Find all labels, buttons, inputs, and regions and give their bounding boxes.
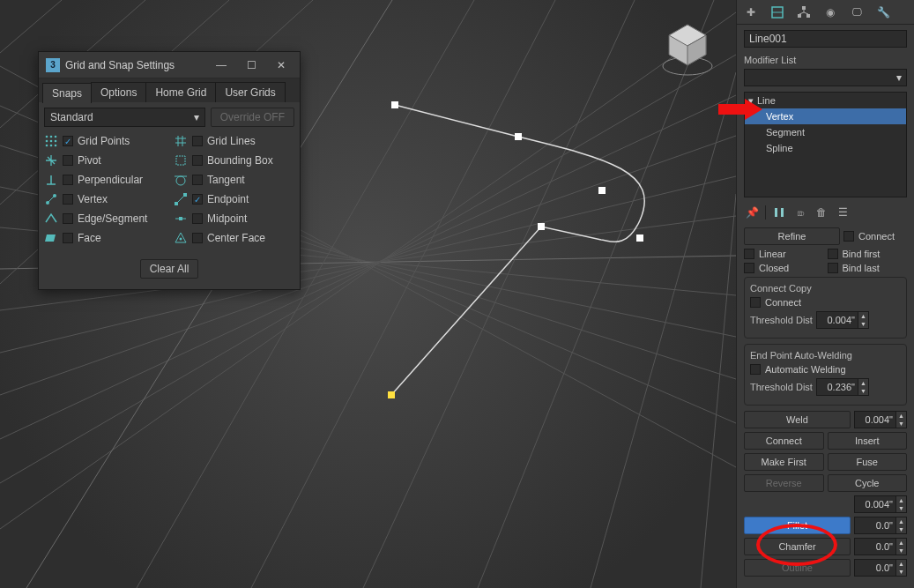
tab-user-grids[interactable]: User Grids <box>215 82 285 102</box>
utilities-tab-icon[interactable]: 🔧 <box>874 4 892 21</box>
minimize-button[interactable]: — <box>206 54 236 77</box>
snap-face-checkbox[interactable] <box>63 233 73 243</box>
stack-item-segment[interactable]: Segment <box>745 124 906 140</box>
show-end-result-icon[interactable] <box>771 205 787 220</box>
stack-item-vertex[interactable]: Vertex <box>745 108 906 124</box>
snap-vertex-checkbox[interactable] <box>63 194 73 205</box>
snap-option-centerface[interactable]: Center Face <box>174 229 294 247</box>
snap-label: Pivot <box>78 154 101 167</box>
autoweld-title: End Point Auto-Welding <box>750 350 901 361</box>
fillet-spinner[interactable]: 0.0"▲▼ <box>854 517 907 534</box>
configure-sets-icon[interactable]: ☰ <box>835 205 851 220</box>
snap-midpoint-checkbox[interactable] <box>192 213 203 224</box>
fillet-button[interactable]: Fillet <box>744 517 851 534</box>
bindfirst-checkbox[interactable] <box>828 249 838 259</box>
endpoint-icon <box>174 192 188 206</box>
modify-tab-icon[interactable] <box>769 4 786 21</box>
outline-spinner[interactable]: 0.0"▲▼ <box>854 559 907 577</box>
stack-item-line[interactable]: ▾Line <box>745 93 906 108</box>
snap-option-face[interactable]: Face <box>44 229 165 247</box>
snap-label: Face <box>78 232 101 244</box>
snap-option-pivot[interactable]: Pivot <box>44 152 165 169</box>
reverse-button[interactable]: Reverse <box>744 474 824 492</box>
insert-button[interactable]: Insert <box>828 432 908 450</box>
clear-all-button[interactable]: Clear All <box>140 259 199 279</box>
snap-tangent-checkbox[interactable] <box>192 175 203 185</box>
connectcopy-threshold-spinner[interactable]: 0.004"▲▼ <box>816 311 869 329</box>
connectcopy-checkbox[interactable] <box>750 297 761 308</box>
snap-option-edge[interactable]: Edge/Segment <box>44 210 165 227</box>
svg-rect-46 <box>175 202 178 205</box>
maximize-button[interactable]: ☐ <box>236 54 266 77</box>
svg-rect-56 <box>775 208 777 217</box>
connect-copy-title: Connect Copy <box>750 283 901 294</box>
fuse-button[interactable]: Fuse <box>828 453 908 471</box>
cycle-button[interactable]: Cycle <box>828 474 908 492</box>
snap-endpoint-checkbox[interactable] <box>192 194 203 205</box>
snap-option-bbox[interactable]: Bounding Box <box>174 152 294 169</box>
midpoint-icon <box>174 212 188 226</box>
svg-point-36 <box>46 140 48 143</box>
snap-grid-points-checkbox[interactable] <box>63 136 73 146</box>
weld-button[interactable]: Weld <box>744 411 851 428</box>
display-tab-icon[interactable]: 🖵 <box>848 4 866 21</box>
snap-option-perp[interactable]: Perpendicular <box>44 171 165 189</box>
make-unique-icon[interactable]: ⎄ <box>792 205 808 220</box>
remove-modifier-icon[interactable]: 🗑 <box>814 205 829 220</box>
viewcube[interactable] <box>657 18 718 79</box>
bindlast-checkbox[interactable] <box>828 263 838 273</box>
svg-point-34 <box>50 136 53 138</box>
snap-label: Midpoint <box>207 212 247 225</box>
tab-options[interactable]: Options <box>91 82 146 102</box>
snap-option-vertex[interactable]: Vertex <box>44 190 165 208</box>
tab-home-grid[interactable]: Home Grid <box>145 82 216 102</box>
hierarchy-tab-icon[interactable] <box>795 4 813 21</box>
override-button[interactable]: Override OFF <box>211 108 294 127</box>
create-tab-icon[interactable]: ✚ <box>742 4 760 21</box>
snap-label: Grid Points <box>78 135 130 147</box>
dialog-tabs: Snaps Options Home Grid User Grids <box>39 78 300 102</box>
closed-checkbox[interactable] <box>744 263 754 273</box>
outline-button[interactable]: Outline <box>744 559 851 577</box>
snap-pivot-checkbox[interactable] <box>63 155 73 166</box>
makefirst-button[interactable]: Make First <box>744 453 824 471</box>
app-icon: 3 <box>46 58 60 72</box>
weld-spinner[interactable]: 0.004"▲▼ <box>854 411 907 428</box>
chamfer-button[interactable]: Chamfer <box>744 538 851 555</box>
snap-bbox-checkbox[interactable] <box>192 155 203 166</box>
snap-label: Edge/Segment <box>78 212 147 225</box>
tangent-icon <box>174 173 188 187</box>
pin-stack-icon[interactable]: 📌 <box>744 205 760 220</box>
modifier-stack[interactable]: ▾Line Vertex Segment Spline <box>744 92 907 197</box>
linear-checkbox[interactable] <box>744 249 754 259</box>
object-name-input[interactable] <box>744 30 907 48</box>
dialog-titlebar[interactable]: 3 Grid and Snap Settings — ☐ ✕ <box>39 52 300 78</box>
snap-grid-lines-checkbox[interactable] <box>192 136 203 146</box>
connect-checkbox[interactable] <box>843 231 854 242</box>
svg-rect-25 <box>598 187 606 194</box>
snap-option-endpoint[interactable]: Endpoint <box>174 190 294 208</box>
bbox-icon <box>174 153 188 167</box>
snap-option-midpoint[interactable]: Midpoint <box>174 210 294 227</box>
connect-button[interactable]: Connect <box>744 432 824 450</box>
autoweld-checkbox[interactable] <box>750 364 761 375</box>
snap-option-grid-points[interactable]: Grid Points <box>44 132 165 150</box>
offset-spinner[interactable]: 0.004"▲▼ <box>854 495 907 513</box>
svg-line-22 <box>701 194 736 588</box>
refine-button[interactable]: Refine <box>744 227 840 245</box>
svg-point-33 <box>46 136 48 138</box>
stack-item-spline[interactable]: Spline <box>745 140 906 156</box>
snap-centerface-checkbox[interactable] <box>192 233 203 243</box>
snap-option-tangent[interactable]: Tangent <box>174 171 294 189</box>
autoweld-threshold-spinner[interactable]: 0.236"▲▼ <box>816 378 869 396</box>
snap-perp-checkbox[interactable] <box>63 175 73 185</box>
modifier-list-dropdown[interactable]: ▾ <box>744 69 907 86</box>
tab-snaps[interactable]: Snaps <box>42 83 92 103</box>
close-button[interactable]: ✕ <box>266 54 296 77</box>
snap-option-grid-lines[interactable]: Grid Lines <box>174 132 294 150</box>
snap-edge-checkbox[interactable] <box>63 213 73 224</box>
svg-point-51 <box>180 238 182 241</box>
motion-tab-icon[interactable]: ◉ <box>821 4 839 21</box>
snap-type-dropdown[interactable]: Standard ▾ <box>44 108 205 127</box>
chamfer-spinner[interactable]: 0.0"▲▼ <box>854 538 907 555</box>
